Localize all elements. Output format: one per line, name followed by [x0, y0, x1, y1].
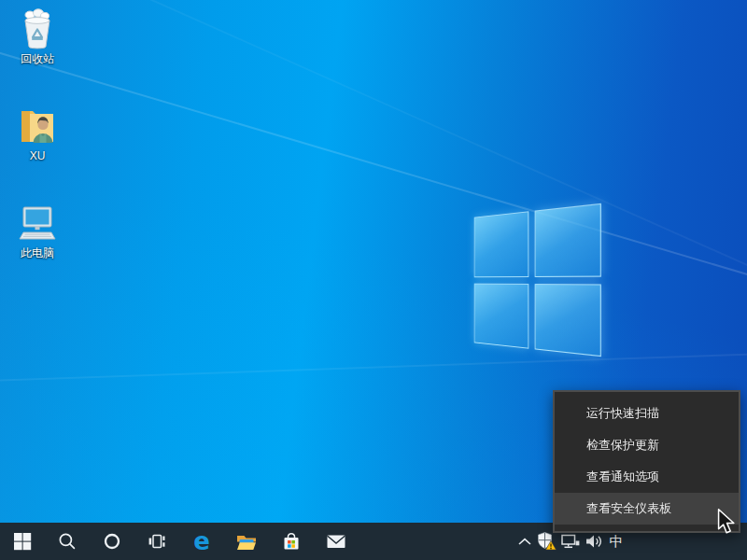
- mail-button[interactable]: [316, 523, 357, 560]
- windows-start-icon: [13, 532, 32, 551]
- file-explorer-icon: [235, 532, 258, 552]
- search-button[interactable]: [47, 523, 88, 560]
- security-shield-warning-icon: [536, 531, 558, 552]
- cortana-button[interactable]: [92, 523, 133, 560]
- this-pc-icon: [17, 202, 58, 245]
- windows-logo-pane: [474, 283, 529, 348]
- chevron-up-icon: [517, 537, 532, 546]
- light-ray: [111, 0, 747, 400]
- desktop-icon-recycle-bin[interactable]: 回收站: [4, 7, 71, 65]
- windows-logo-pane: [474, 211, 529, 276]
- menu-item-check-protection-updates[interactable]: 检查保护更新: [555, 429, 739, 461]
- edge-button[interactable]: e: [181, 523, 222, 560]
- microsoft-store-icon: [281, 531, 302, 552]
- edge-icon: e: [193, 529, 210, 553]
- windows-logo-wallpaper: [474, 203, 601, 357]
- windows-logo-pane: [534, 284, 601, 357]
- cortana-icon: [103, 532, 121, 551]
- security-tray-context-menu: 运行快速扫描 检查保护更新 查看通知选项 查看安全仪表板: [553, 390, 740, 533]
- start-button[interactable]: [2, 523, 43, 560]
- desktop-icon-label: 此电脑: [4, 246, 71, 259]
- show-hidden-icons-button[interactable]: [514, 523, 535, 560]
- light-ray: [0, 352, 747, 383]
- desktop-icon-user-folder[interactable]: XU: [4, 105, 71, 162]
- windows-logo-pane: [534, 203, 601, 277]
- mail-icon: [326, 533, 346, 550]
- user-folder-icon: [17, 105, 58, 147]
- menu-item-view-notification-options[interactable]: 查看通知选项: [555, 461, 739, 493]
- file-explorer-button[interactable]: [226, 523, 267, 560]
- desktop-icon-this-pc[interactable]: 此电脑: [4, 202, 71, 259]
- recycle-bin-icon: [17, 7, 58, 50]
- desktop-icon-label: 回收站: [4, 52, 71, 65]
- menu-item-run-quick-scan[interactable]: 运行快速扫描: [555, 398, 739, 429]
- desktop-icon-label: XU: [4, 149, 71, 162]
- search-icon: [58, 532, 77, 551]
- ethernet-network-icon: [560, 533, 581, 550]
- task-view-button[interactable]: [136, 523, 177, 560]
- microsoft-store-button[interactable]: [271, 523, 312, 560]
- speaker-icon: [585, 533, 605, 550]
- menu-item-view-security-dashboard[interactable]: 查看安全仪表板: [555, 493, 739, 525]
- light-ray: [0, 41, 747, 334]
- task-view-icon: [148, 532, 166, 551]
